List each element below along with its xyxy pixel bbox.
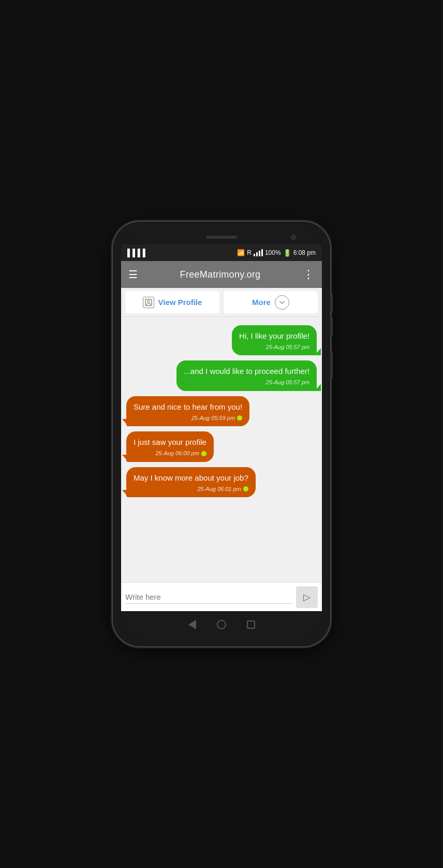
front-camera [291,235,296,240]
message-text: Hi, I like your profile! [239,331,309,340]
message-row: I just saw your profile 25-Aug 06:00 pm [126,431,317,461]
clock: 6:08 pm [293,249,316,256]
sent-bubble: ...and I would like to proceed further! … [176,360,317,390]
chat-area: Hi, I like your profile! 25-Aug 05:57 pm… [121,317,322,582]
more-label: More [252,298,271,307]
send-button[interactable]: ▷ [296,586,318,608]
action-toolbar: View Profile More [121,288,322,317]
signal-bars [254,249,263,256]
home-nav-icon[interactable] [217,620,226,629]
wifi-icon: 📶 [237,249,245,256]
message-row: Hi, I like your profile! 25-Aug 05:57 pm [126,325,317,355]
phone-device: ▌▌▌▌ 📶 R 100% 🔋 6:08 pm ☰ FreeMatrimony.… [113,222,330,646]
message-time: 25-Aug 05:59 pm [134,414,242,422]
overflow-menu-icon[interactable]: ⋮ [303,268,315,281]
message-text: ...and I would like to proceed further! [184,367,309,375]
app-title: FreeMatrimony.org [180,269,261,280]
speaker-grille [206,236,237,239]
message-input-area: ▷ [121,582,322,611]
battery-icon: 🔋 [283,249,291,257]
barcode-icon: ▌▌▌▌ [127,249,148,257]
message-time: 25-Aug 06:00 pm [134,450,206,457]
phone-nav-bar [121,611,322,638]
hamburger-menu-icon[interactable]: ☰ [128,268,138,281]
app-header: ☰ FreeMatrimony.org ⋮ [121,261,322,288]
message-input[interactable] [125,590,292,604]
online-status-dot [201,451,206,456]
volume-down-button[interactable] [330,317,333,336]
received-bubble: May I know more about your job? 25-Aug 0… [126,467,256,497]
dropdown-icon [275,295,289,310]
status-bar: ▌▌▌▌ 📶 R 100% 🔋 6:08 pm [121,244,322,261]
profile-card-icon [143,297,154,308]
message-row: May I know more about your job? 25-Aug 0… [126,467,317,497]
svg-point-1 [147,300,150,302]
message-time: 25-Aug 05:57 pm [239,343,309,351]
message-time: 25-Aug 06:01 pm [134,485,248,493]
back-nav-icon[interactable] [188,620,196,629]
message-text: May I know more about your job? [134,473,248,482]
message-row: ...and I would like to proceed further! … [126,360,317,390]
online-status-dot [243,486,248,491]
received-bubble: Sure and nice to hear from you! 25-Aug 0… [126,396,249,426]
phone-screen: ▌▌▌▌ 📶 R 100% 🔋 6:08 pm ☰ FreeMatrimony.… [121,230,322,638]
sent-bubble: Hi, I like your profile! 25-Aug 05:57 pm [232,325,317,355]
phone-notch [121,230,322,244]
battery-percent: 100% [265,249,281,256]
message-text: I just saw your profile [134,438,206,446]
online-status-dot [237,415,242,421]
signal-indicator: R [247,249,252,256]
message-text: Sure and nice to hear from you! [134,402,242,411]
more-button[interactable]: More [224,291,318,313]
received-bubble: I just saw your profile 25-Aug 06:00 pm [126,431,214,461]
volume-up-button[interactable] [330,294,333,313]
message-row: Sure and nice to hear from you! 25-Aug 0… [126,396,317,426]
status-left: ▌▌▌▌ [127,249,148,257]
status-right: 📶 R 100% 🔋 6:08 pm [237,249,316,257]
message-time: 25-Aug 05:57 pm [184,379,309,386]
view-profile-button[interactable]: View Profile [125,291,219,313]
recents-nav-icon[interactable] [247,620,255,629]
view-profile-label: View Profile [158,298,202,307]
power-button[interactable] [330,351,333,378]
send-icon: ▷ [303,591,311,603]
